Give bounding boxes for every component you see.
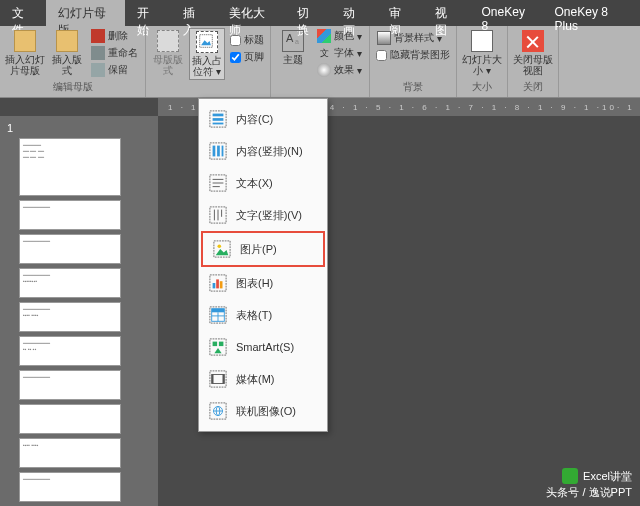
- vertical-ruler: [140, 116, 158, 506]
- group-label-close: 关闭: [512, 80, 554, 95]
- content-icon: [209, 110, 227, 128]
- group-label-size: 大小: [461, 80, 503, 95]
- group-close: 关闭母版视图 关闭: [508, 26, 559, 97]
- group-edit-master: 插入幻灯片母版 插入版式 删除 重命名 保留 编辑母版: [0, 26, 146, 97]
- svg-rect-9: [222, 146, 224, 157]
- online-image-icon: [209, 402, 227, 420]
- theme-button[interactable]: Aa 主题: [275, 28, 311, 67]
- svg-rect-3: [213, 114, 224, 117]
- dropdown-table[interactable]: 表格(T): [199, 299, 327, 331]
- table-icon: [209, 306, 227, 324]
- svg-rect-0: [200, 35, 213, 48]
- footer-checkbox[interactable]: 页脚: [228, 49, 266, 65]
- tab-slide-master[interactable]: 幻灯片母版: [46, 0, 125, 26]
- dropdown-content[interactable]: 内容(C): [199, 103, 327, 135]
- theme-icon: Aa: [282, 30, 304, 52]
- tab-review[interactable]: 审阅: [377, 0, 423, 26]
- tab-animation[interactable]: 动画: [331, 0, 377, 26]
- dropdown-chart[interactable]: 图表(H): [199, 267, 327, 299]
- dropdown-text-vertical[interactable]: 文字(竖排)(V): [199, 199, 327, 231]
- thumbnail-layout[interactable]: ━━━━━━━━━: [19, 472, 121, 502]
- svg-rect-24: [220, 281, 223, 288]
- svg-rect-37: [223, 375, 225, 384]
- svg-marker-33: [214, 348, 221, 353]
- group-label-master-layout: [150, 83, 266, 95]
- tab-file[interactable]: 文件: [0, 0, 46, 26]
- thumbnail-layout[interactable]: ━━━━━━━━━: [19, 370, 121, 400]
- preserve-button[interactable]: 保留: [88, 62, 141, 78]
- slide-size-button[interactable]: 幻灯片大小 ▾: [461, 28, 503, 78]
- picture-icon: [213, 240, 231, 258]
- svg-point-19: [218, 245, 222, 249]
- placeholder-icon: [196, 31, 218, 53]
- rename-button[interactable]: 重命名: [88, 45, 141, 61]
- text-v-icon: [209, 206, 227, 224]
- menu-tabs: 文件 幻灯片母版 开始 插入 美化大师 切换 动画 审阅 视图 OneKey 8…: [0, 0, 640, 26]
- chart-icon: [209, 274, 227, 292]
- color-icon: [317, 29, 331, 43]
- bg-style-button[interactable]: 背景样式 ▾: [374, 30, 452, 46]
- thumbnail-master[interactable]: ━━━━━━━━ ━━ ━━━━ ━━ ━━: [19, 138, 121, 196]
- title-checkbox[interactable]: 标题: [228, 32, 266, 48]
- content-v-icon: [209, 142, 227, 160]
- master-layout-button[interactable]: 母版版式: [150, 28, 186, 78]
- placeholder-dropdown: 内容(C) 内容(竖排)(N) 文本(X) 文字(竖排)(V) 图片(P) 图表…: [198, 98, 328, 432]
- hide-bg-checkbox[interactable]: 隐藏背景图形: [374, 47, 452, 63]
- thumbnail-layout[interactable]: ━━━━━━━━━▪▪ ▪▪ ▪▪: [19, 336, 121, 366]
- tab-transition[interactable]: 切换: [285, 0, 331, 26]
- preserve-icon: [91, 63, 105, 77]
- delete-icon: [91, 29, 105, 43]
- dropdown-picture[interactable]: 图片(P): [201, 231, 325, 267]
- ribbon: 插入幻灯片母版 插入版式 删除 重命名 保留 编辑母版 母版版式 插入占位符 ▾: [0, 26, 640, 98]
- text-icon: [209, 174, 227, 192]
- svg-rect-23: [216, 279, 219, 288]
- tab-onekey8plus[interactable]: OneKey 8 Plus: [543, 0, 640, 26]
- dropdown-online-image[interactable]: 联机图像(O): [199, 395, 327, 427]
- watermark: Excel讲堂 头条号 / 逸说PPT: [546, 468, 632, 500]
- effect-button[interactable]: 效果 ▾: [314, 62, 365, 78]
- thumbnail-layout[interactable]: ━━━━━━━━━: [19, 200, 121, 230]
- thumbnail-layout[interactable]: ━━━━━━━━━▪▪▪▪ ▪▪▪▪: [19, 302, 121, 332]
- close-master-button[interactable]: 关闭母版视图: [512, 28, 554, 78]
- svg-rect-7: [213, 146, 216, 157]
- dropdown-content-vertical[interactable]: 内容(竖排)(N): [199, 135, 327, 167]
- color-button[interactable]: 颜色 ▾: [314, 28, 365, 44]
- svg-rect-22: [213, 283, 216, 288]
- group-background: 背景样式 ▾ 隐藏背景图形 背景: [370, 26, 457, 97]
- thumbnail-layout[interactable]: [19, 404, 121, 434]
- svg-marker-20: [216, 249, 229, 255]
- font-button[interactable]: 文字体 ▾: [314, 45, 365, 61]
- delete-button[interactable]: 删除: [88, 28, 141, 44]
- svg-rect-32: [219, 342, 224, 347]
- svg-rect-35: [212, 375, 225, 384]
- svg-rect-36: [212, 375, 214, 384]
- media-icon: [209, 370, 227, 388]
- dropdown-smartart[interactable]: SmartArt(S): [199, 331, 327, 363]
- slide-number: 1: [7, 122, 136, 134]
- tab-beautify[interactable]: 美化大师: [217, 0, 285, 26]
- close-icon: [522, 30, 544, 52]
- group-label-edit-master: 编辑母版: [4, 80, 141, 95]
- svg-rect-26: [212, 309, 225, 313]
- wechat-icon: [562, 468, 578, 484]
- svg-rect-8: [217, 146, 220, 157]
- insert-slide-master-button[interactable]: 插入幻灯片母版: [4, 28, 46, 78]
- thumbnail-layout[interactable]: ▪▪▪▪ ▪▪▪▪: [19, 438, 121, 468]
- thumbnail-layout[interactable]: ━━━━━━━━━: [19, 234, 121, 264]
- tab-home[interactable]: 开始: [125, 0, 171, 26]
- svg-rect-5: [213, 123, 224, 125]
- tab-insert[interactable]: 插入: [171, 0, 217, 26]
- tab-view[interactable]: 视图: [423, 0, 469, 26]
- insert-layout-button[interactable]: 插入版式: [49, 28, 85, 78]
- svg-marker-1: [201, 40, 211, 45]
- layout-icon: [56, 30, 78, 52]
- group-master-layout: 母版版式 插入占位符 ▾ 标题 页脚: [146, 26, 271, 97]
- dropdown-text[interactable]: 文本(X): [199, 167, 327, 199]
- dropdown-media[interactable]: 媒体(M): [199, 363, 327, 395]
- group-size: 幻灯片大小 ▾ 大小: [457, 26, 508, 97]
- insert-placeholder-button[interactable]: 插入占位符 ▾: [189, 28, 225, 80]
- slide-size-icon: [471, 30, 493, 52]
- font-icon: 文: [317, 46, 331, 60]
- thumbnail-layout[interactable]: ━━━━━━━━━▪▪▪▪▪▪▪▪: [19, 268, 121, 298]
- tab-onekey8[interactable]: OneKey 8: [470, 0, 543, 26]
